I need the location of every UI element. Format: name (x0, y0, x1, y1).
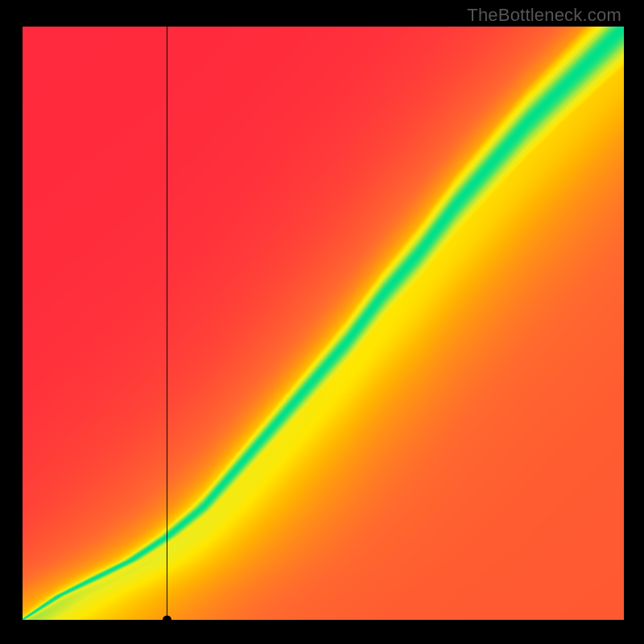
chart-root: TheBottleneck.com (0, 0, 644, 644)
watermark-text: TheBottleneck.com (467, 5, 621, 26)
heatmap-canvas (0, 0, 644, 644)
